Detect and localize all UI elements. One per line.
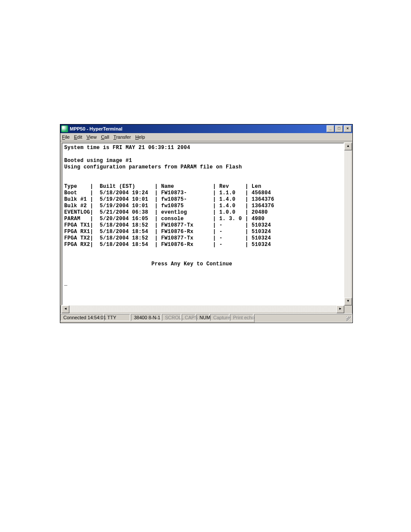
menu-file[interactable]: File (62, 134, 70, 140)
vertical-scrollbar[interactable]: ▲ ▼ (344, 143, 351, 305)
line-systime: System time is FRI MAY 21 06:39:11 2004 (64, 145, 190, 151)
status-capture: Capture (210, 314, 229, 321)
table-row: FPGA RX2| 5/18/2004 18:54 | FW10876-Rx |… (64, 242, 271, 248)
table-row: FPGA TX2| 5/18/2004 18:52 | FW10877-Tx |… (64, 235, 271, 241)
table-row: FPGA TX1| 5/18/2004 18:52 | FW10877-Tx |… (64, 222, 271, 228)
menu-view[interactable]: View (87, 134, 97, 140)
table-row: Bulk #2 | 5/19/2004 10:01 | fw10875 | 1.… (64, 203, 274, 209)
app-icon (61, 125, 68, 132)
menu-help[interactable]: Help (135, 134, 145, 140)
status-printecho: Print echo (230, 314, 253, 321)
status-caps: CAPS (182, 314, 196, 321)
status-baud: 38400 8-N-1 (131, 314, 161, 321)
scroll-track-v[interactable] (344, 150, 351, 298)
status-connected: Connected 14:54:01 (60, 314, 103, 321)
terminal-area[interactable]: System time is FRI MAY 21 06:39:11 2004 … (62, 143, 344, 305)
terminal-output: System time is FRI MAY 21 06:39:11 2004 … (62, 143, 343, 288)
table-row: PARAM | 5/20/2004 16:05 | console | 1. 3… (64, 216, 265, 222)
menu-call[interactable]: Call (101, 134, 109, 140)
menu-edit[interactable]: Edit (74, 134, 82, 140)
close-button[interactable]: × (344, 125, 352, 132)
horizontal-scrollbar[interactable]: ◄ ► (62, 305, 344, 312)
scroll-corner (344, 305, 351, 312)
table-row: Bulk #1 | 5/19/2004 10:01 | fw10875- | 1… (64, 196, 274, 202)
table-header: Type | Built (EST) | Name | Rev | Len (64, 184, 262, 190)
title-bar[interactable]: MPP50 - HyperTerminal _ □ × (60, 124, 352, 133)
status-scroll: SCROLL (162, 314, 181, 321)
table-row: Boot | 5/18/2004 19:24 | FW10873- | 1.1.… (64, 190, 271, 196)
cursor: _ (64, 280, 68, 286)
menu-transfer[interactable]: Transfer (113, 134, 131, 140)
press-any-key: Press Any Key to Continue (152, 261, 233, 267)
maximize-button[interactable]: □ (335, 125, 343, 132)
status-num: NUM (196, 314, 209, 321)
scroll-right-button[interactable]: ► (336, 305, 344, 313)
hyperterminal-window: MPP50 - HyperTerminal _ □ × File Edit Vi… (60, 124, 353, 323)
status-bar: Connected 14:54:01 TTY 38400 8-N-1 SCROL… (60, 314, 352, 323)
status-spacer (254, 314, 352, 323)
scroll-track-h[interactable] (69, 305, 336, 312)
line-booted: Booted using image #1 (64, 158, 132, 164)
resize-grip-icon[interactable] (346, 317, 352, 322)
minimize-button[interactable]: _ (327, 125, 334, 132)
status-tty: TTY (104, 314, 130, 321)
table-row: FPGA RX1| 5/18/2004 18:54 | FW10876-Rx |… (64, 229, 271, 235)
menu-bar: File Edit View Call Transfer Help (60, 133, 352, 141)
scroll-down-button[interactable]: ▼ (344, 298, 352, 305)
scroll-up-button[interactable]: ▲ (344, 143, 352, 150)
window-title: MPP50 - HyperTerminal (70, 126, 122, 131)
table-row: EVENTLOG| 5/21/2004 06:38 | eventlog | 1… (64, 209, 268, 215)
scroll-left-button[interactable]: ◄ (62, 305, 69, 313)
line-using-cfg: Using configuration parameters from PARA… (64, 164, 242, 170)
